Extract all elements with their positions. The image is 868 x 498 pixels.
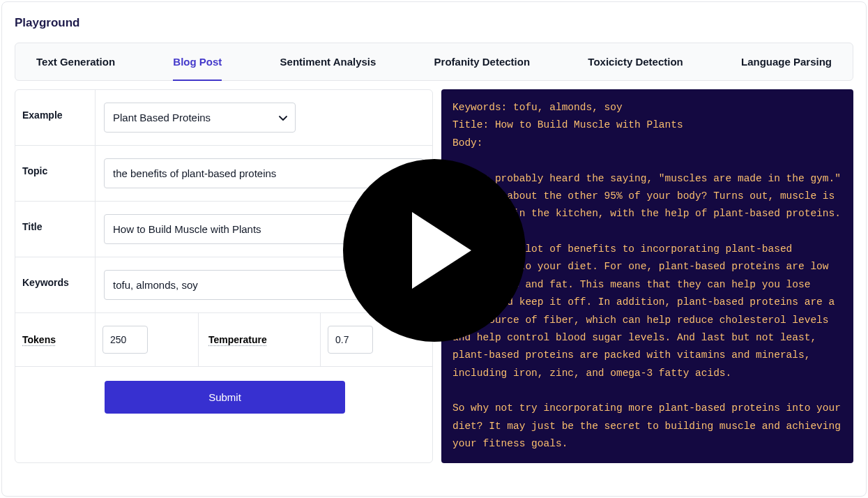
page-title: Playground bbox=[2, 2, 866, 43]
temperature-input[interactable] bbox=[328, 326, 373, 354]
example-select[interactable]: Plant Based Proteins bbox=[104, 103, 296, 133]
row-example: Example Plant Based Proteins bbox=[15, 90, 432, 146]
output-keywords: Keywords: tofu, almonds, soy bbox=[452, 99, 842, 116]
tokens-input[interactable] bbox=[102, 326, 148, 354]
label-topic: Topic bbox=[15, 146, 96, 201]
play-button-overlay[interactable] bbox=[343, 159, 526, 342]
submit-button[interactable]: Submit bbox=[105, 381, 345, 414]
tab-toxicity-detection[interactable]: Toxicicty Detection bbox=[588, 43, 683, 80]
output-title: Title: How to Build Muscle with Plants bbox=[452, 116, 842, 134]
play-icon bbox=[412, 212, 471, 289]
tab-language-parsing[interactable]: Language Parsing bbox=[741, 43, 832, 80]
tab-text-generation[interactable]: Text Generation bbox=[36, 43, 115, 80]
row-params: Tokens Temperature bbox=[15, 313, 432, 367]
output-body-p3: So why not try incorporating more plant-… bbox=[452, 400, 842, 453]
label-temperature: Temperature bbox=[208, 334, 267, 345]
label-tokens: Tokens bbox=[22, 334, 56, 345]
row-submit: Submit bbox=[15, 367, 432, 430]
label-title: Title bbox=[15, 202, 96, 257]
tabs-bar: Text Generation Blog Post Sentiment Anal… bbox=[15, 43, 853, 81]
label-keywords: Keywords bbox=[15, 257, 96, 312]
label-example: Example bbox=[15, 90, 96, 145]
tab-blog-post[interactable]: Blog Post bbox=[173, 43, 222, 80]
tab-profanity-detection[interactable]: Profanity Detection bbox=[434, 43, 531, 80]
tab-sentiment-analysis[interactable]: Sentiment Analysis bbox=[280, 43, 376, 80]
output-body-label: Body: bbox=[452, 135, 842, 152]
